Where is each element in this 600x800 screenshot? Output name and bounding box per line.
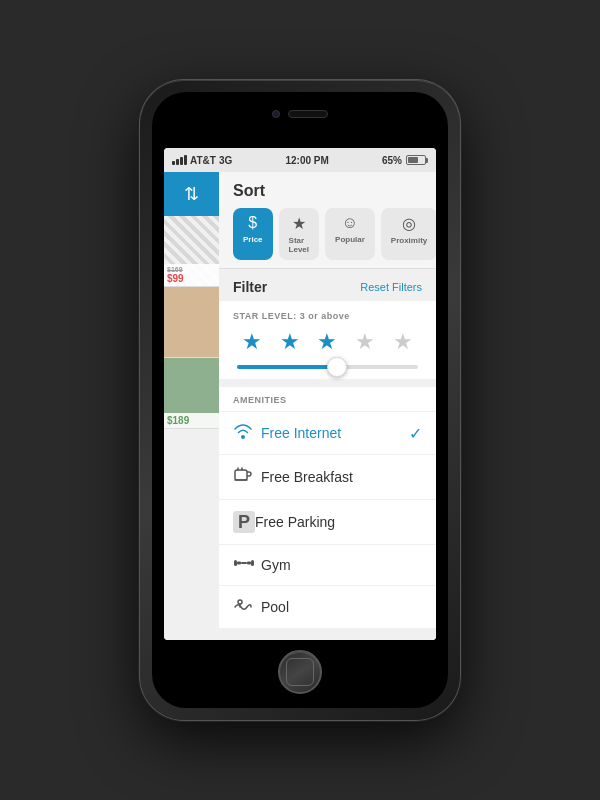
sort-label-popular: Popular	[335, 235, 365, 244]
battery-body	[406, 155, 426, 165]
signal-bars	[172, 155, 187, 165]
phone-frame: AT&T 3G 12:00 PM 65%	[140, 80, 460, 720]
battery-tip	[426, 158, 428, 163]
screen: AT&T 3G 12:00 PM 65%	[164, 148, 436, 640]
hotel-card-3[interactable]: $189	[164, 358, 219, 429]
filter-panel: Sort $ Price ★ Star Level ☺	[219, 172, 436, 640]
slider-fill	[237, 365, 337, 369]
amenity-free-breakfast[interactable]: Free Breakfast	[219, 454, 436, 499]
amenity-free-parking[interactable]: P Free Parking	[219, 499, 436, 544]
star-level-label: STAR LEVEL: 3 or above	[233, 311, 422, 321]
sort-option-price[interactable]: $ Price	[233, 208, 273, 260]
sort-title: Sort	[233, 182, 422, 200]
app-content: ⇅ $169 $99	[164, 172, 436, 640]
wifi-icon	[233, 423, 261, 443]
location-icon: ◎	[402, 214, 416, 233]
price-main-1: $99	[167, 273, 216, 284]
battery-percent: 65%	[382, 155, 402, 166]
reset-filters-button[interactable]: Reset Filters	[360, 281, 422, 293]
svg-rect-4	[247, 562, 251, 565]
battery-indicator	[406, 155, 428, 165]
amenity-name-breakfast: Free Breakfast	[261, 469, 422, 485]
sort-header: Sort $ Price ★ Star Level ☺	[219, 172, 436, 269]
sort-label-price: Price	[243, 235, 263, 244]
bar4	[184, 155, 187, 165]
amenities-label: AMENITIES	[219, 387, 436, 411]
star-2[interactable]: ★	[280, 329, 300, 355]
bar2	[176, 159, 179, 165]
slider-track	[237, 365, 418, 369]
speaker-grille	[288, 110, 328, 118]
sort-option-starlevel[interactable]: ★ Star Level	[279, 208, 319, 260]
hotel-image-2	[164, 287, 219, 357]
amenity-gym[interactable]: Gym	[219, 544, 436, 585]
star-sort-icon: ★	[292, 214, 306, 233]
time-label: 12:00 PM	[285, 155, 328, 166]
filter-section: Filter Reset Filters STAR LEVEL: 3 or ab…	[219, 269, 436, 640]
filter-title: Filter	[233, 279, 267, 295]
sort-option-popular[interactable]: ☺ Popular	[325, 208, 375, 260]
smiley-icon: ☺	[342, 214, 358, 232]
price-strike-1: $169	[167, 266, 216, 273]
star-3[interactable]: ★	[317, 329, 337, 355]
amenity-name-internet: Free Internet	[261, 425, 409, 441]
amenity-pool[interactable]: Pool	[219, 585, 436, 628]
hotel-card-2[interactable]	[164, 287, 219, 358]
parking-icon: P	[233, 511, 255, 533]
home-button-inner	[286, 658, 314, 686]
sort-label-proximity: Proximity	[391, 236, 427, 245]
svg-rect-3	[237, 562, 241, 565]
amenity-name-pool: Pool	[261, 599, 422, 615]
star-slider[interactable]	[233, 365, 422, 369]
slider-thumb[interactable]	[327, 357, 347, 377]
carrier-label: AT&T	[190, 155, 216, 166]
home-button[interactable]	[278, 650, 322, 694]
svg-rect-2	[251, 560, 254, 566]
sort-button-area[interactable]: ⇅	[164, 172, 219, 216]
hotel-image-1: $169 $99	[164, 216, 219, 286]
star-4[interactable]: ★	[355, 329, 375, 355]
star-1[interactable]: ★	[242, 329, 262, 355]
status-left: AT&T 3G	[172, 155, 232, 166]
pool-icon	[233, 597, 261, 617]
status-right: 65%	[382, 155, 428, 166]
amenities-section: AMENITIES Free Int	[219, 387, 436, 628]
network-label: 3G	[219, 155, 232, 166]
camera-dot	[272, 110, 280, 118]
hotel-card-1[interactable]: $169 $99	[164, 216, 219, 287]
bar3	[180, 157, 183, 165]
star-5[interactable]: ★	[393, 329, 413, 355]
coffee-icon	[233, 466, 261, 488]
sort-arrows-icon: ⇅	[184, 183, 199, 205]
star-section: STAR LEVEL: 3 or above ★ ★ ★ ★ ★	[219, 301, 436, 379]
sort-options: $ Price ★ Star Level ☺ Popular	[233, 208, 422, 260]
hotel-price-1: $169 $99	[164, 264, 219, 286]
checkmark-icon: ✓	[409, 424, 422, 443]
stars-row: ★ ★ ★ ★ ★	[233, 329, 422, 355]
phone-top-details	[272, 110, 328, 118]
status-bar: AT&T 3G 12:00 PM 65%	[164, 148, 436, 172]
amenity-name-parking: Free Parking	[255, 514, 422, 530]
gym-icon	[233, 556, 261, 574]
price-green-3: $189	[167, 415, 216, 426]
hotel-price-3: $189	[164, 413, 219, 428]
svg-rect-1	[234, 560, 237, 566]
bar1	[172, 161, 175, 165]
svg-rect-0	[235, 470, 247, 480]
left-panel: ⇅ $169 $99	[164, 172, 219, 640]
amenity-free-internet[interactable]: Free Internet ✓	[219, 411, 436, 454]
hotel-image-3: $189	[164, 358, 219, 428]
phone-screen: AT&T 3G 12:00 PM 65%	[152, 92, 448, 708]
svg-rect-5	[241, 562, 247, 564]
filter-header: Filter Reset Filters	[219, 269, 436, 301]
amenity-name-gym: Gym	[261, 557, 422, 573]
battery-fill	[408, 157, 418, 163]
sort-option-proximity[interactable]: ◎ Proximity	[381, 208, 436, 260]
dollar-icon: $	[248, 214, 257, 232]
sort-label-starlevel: Star Level	[289, 236, 309, 254]
